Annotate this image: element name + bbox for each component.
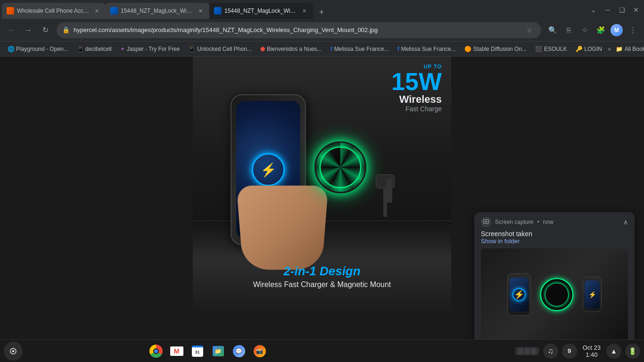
profile-button[interactable]: M (609, 23, 624, 38)
bookmark-bienvenidos-favicon: ⬟ (260, 46, 265, 52)
tagline-main-text: 2-in-1 Design (193, 264, 451, 279)
maps-logo: 📸 (254, 345, 266, 357)
bookmarks-folder-label: All Bookmarks (625, 46, 644, 52)
bookmark-melissa-label: Melissa Sue France... (334, 46, 389, 52)
taskbar-right: ♫ 9 Oct 23 1:40 ▲ 🔋 (515, 344, 640, 359)
bookmark-star-button[interactable]: ☆ (523, 24, 536, 36)
mini-charger-icon (540, 278, 573, 311)
bookmark-decibelcell[interactable]: 📱 decibelcell (73, 44, 116, 54)
taskbar-calendar-icon[interactable]: 31 (188, 342, 207, 361)
tab-1-favicon (7, 7, 14, 15)
tab-2-close[interactable]: ✕ (196, 7, 205, 15)
notification-body: Screenshot taken Show in folder ⚡ (474, 230, 635, 339)
url-text: hypercel.com/assets/images/products/magi… (74, 26, 520, 33)
bookmark-playground[interactable]: 🌐 Playground - Open... (4, 44, 72, 54)
extensions-button[interactable]: 🧩 (593, 23, 608, 38)
taskbar-left (4, 342, 23, 361)
messages-logo: 💬 (233, 345, 245, 357)
notification-collapse-button[interactable]: ∧ (623, 218, 628, 226)
minimize-button[interactable]: ─ (602, 4, 614, 16)
tab-1-close[interactable]: ✕ (92, 7, 101, 15)
bookmark-stable-diffusion[interactable]: 🟠 Stable Diffusion On... (461, 44, 530, 54)
new-tab-button[interactable]: + (315, 6, 328, 19)
taskbar-app-icons: M 31 📁 💬 📸 (147, 342, 269, 361)
page-content: UP TO 15W Wireless Fast Charge ⚡ (0, 57, 644, 339)
star-button[interactable]: ☆ (577, 23, 592, 38)
product-tagline: 2-in-1 Design Wireless Fast Charger & Ma… (193, 264, 451, 289)
mini-phone: ⚡ (507, 273, 531, 316)
taskbar-music-button[interactable]: ♫ (543, 344, 558, 359)
tagline-sub-text: Wireless Fast Charger & Magnetic Mount (193, 280, 451, 289)
taskbar: M 31 📁 💬 📸 (0, 339, 644, 362)
bookmark-esoulk[interactable]: ⬛ ESOULK (531, 44, 571, 54)
menu-button[interactable]: ⋮ (625, 23, 640, 38)
taskbar-camera-button[interactable] (4, 342, 23, 361)
bookmark-bienvenidos-label: Bienvenidos a Nues... (267, 46, 322, 52)
notification-app-icon (481, 217, 491, 227)
back-button[interactable]: ← (4, 23, 19, 38)
mini-phone-screen-2: ⚡ (585, 280, 600, 309)
bookmark-jasper-label: Jasper - Try For Free (127, 46, 180, 52)
clock-time: 1:40 (586, 351, 597, 358)
bookmark-more-button[interactable]: » (608, 46, 611, 52)
notification-header: Screen capture • now ∧ (474, 212, 635, 230)
mini-phone-2: ⚡ (583, 277, 602, 312)
taskbar-gmail-icon[interactable]: M (167, 342, 186, 361)
bookmark-login[interactable]: 🔑 LOGIN (572, 44, 606, 54)
search-button[interactable]: 🔍 (545, 23, 560, 38)
url-bar[interactable]: 🔒 hypercel.com/assets/images/products/ma… (57, 22, 541, 38)
taskbar-app-thumbnails[interactable] (515, 347, 539, 355)
notification-show-in-folder[interactable]: Show in folder (481, 238, 628, 245)
screenshot-notification: Screen capture • now ∧ Screenshot taken … (474, 212, 635, 339)
thumbnail-1 (518, 348, 523, 354)
tab-2[interactable]: 15448_NZT_MagLock_Wireless_ ✕ (106, 3, 209, 19)
taskbar-messages-icon[interactable]: 💬 (230, 342, 248, 361)
notification-dot: • (537, 219, 539, 225)
notification-preview-image: ⚡ ⚡ (481, 248, 628, 339)
bookmark-bienvenidos[interactable]: ⬟ Bienvenidos a Nues... (256, 44, 326, 54)
taskbar-wifi-icon[interactable]: ▲ (606, 344, 621, 359)
bookmark-playground-label: Playground - Open... (16, 46, 68, 52)
close-browser-button[interactable]: ✕ (630, 4, 642, 16)
mini-charge-ring: ⚡ (512, 288, 526, 301)
taskbar-notification-icon[interactable]: 9 (562, 344, 577, 359)
bookmark-melissa[interactable]: f Melissa Sue France... (327, 44, 393, 54)
gmail-logo: M (170, 346, 183, 356)
restore-button[interactable]: ❑ (616, 4, 628, 16)
tab-3-close[interactable]: ✕ (300, 7, 308, 15)
reload-button[interactable]: ↻ (38, 23, 53, 38)
bookmark-all-bookmarks[interactable]: 📁 All Bookmarks (612, 44, 644, 54)
notification-header-left: Screen capture • now (481, 217, 553, 227)
phone-charge-ring (252, 153, 285, 186)
svg-point-3 (12, 350, 15, 352)
notification-title: Screenshot taken (481, 230, 628, 238)
share-button[interactable]: ⎘ (561, 23, 576, 38)
mini-lightning-icon: ⚡ (514, 289, 524, 300)
bookmark-login-favicon: 🔑 (576, 46, 583, 52)
tab-2-title: 15448_NZT_MagLock_Wireless_ (121, 8, 193, 14)
taskbar-chrome-icon[interactable] (147, 342, 165, 361)
taskbar-maps-icon[interactable]: 📸 (250, 342, 269, 361)
bookmark-unlocked[interactable]: 📱 Unlocked Cell Phon... (184, 44, 255, 54)
taskbar-battery-icon[interactable]: 🔋 (625, 344, 640, 359)
notification-app-name: Screen capture (495, 219, 533, 225)
tab-search-button[interactable]: ⌄ (587, 4, 600, 16)
bookmark-esoulk-favicon: ⬛ (535, 46, 542, 52)
music-note-icon: ♫ (548, 347, 553, 355)
tab-1[interactable]: Wholesale Cell Phone Accessor ✕ (2, 3, 106, 19)
taskbar-notification-count-wrap: 9 (562, 344, 577, 359)
vent-mount (366, 174, 404, 222)
charger-dots (316, 143, 365, 192)
svg-point-1 (485, 221, 487, 222)
tab-3[interactable]: 15448_NZT_MagLock_Wireless_ ✕ (209, 3, 313, 19)
bookmark-playground-favicon: 🌐 (8, 46, 14, 52)
forward-button[interactable]: → (21, 23, 36, 38)
thumbnail-2 (524, 348, 530, 354)
tab-controls: ⌄ ─ ❑ ✕ (587, 4, 642, 19)
taskbar-clock[interactable]: Oct 23 1:40 (581, 344, 603, 358)
tab-3-title: 15448_NZT_MagLock_Wireless_ (224, 8, 297, 14)
taskbar-files-icon[interactable]: 📁 (209, 342, 228, 361)
bookmark-jasper[interactable]: ✦ Jasper - Try For Free (116, 44, 184, 54)
tab-bar: Wholesale Cell Phone Accessor ✕ 15448_NZ… (0, 0, 644, 19)
bookmark-melissa-2[interactable]: f Melissa Sue France... (394, 44, 460, 54)
